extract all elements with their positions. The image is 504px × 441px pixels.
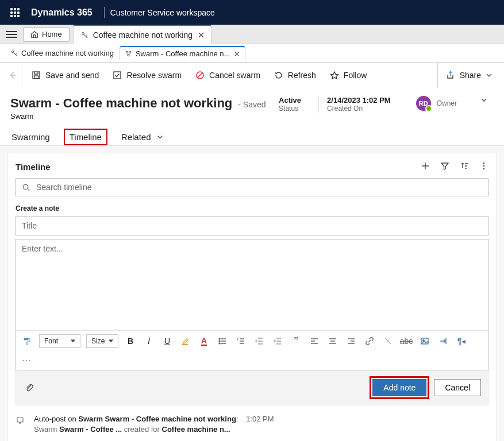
svg-rect-13 — [182, 344, 188, 345]
back-button[interactable] — [3, 71, 22, 79]
rtl-button[interactable]: ¶◂ — [455, 335, 468, 347]
number-list-button[interactable]: 1 — [234, 335, 247, 347]
toolbar-more-button[interactable]: ··· — [21, 354, 33, 366]
close-icon[interactable] — [197, 31, 205, 39]
highlighted-primary-button: Add note — [370, 376, 429, 399]
share-button[interactable]: Share — [437, 63, 501, 88]
resolve-icon — [113, 71, 122, 80]
timeline-post: Auto-post on Swarm Swarm - Coffee machin… — [16, 415, 488, 434]
font-color-button[interactable]: A — [198, 335, 210, 347]
tab-timeline[interactable]: Timeline — [64, 129, 107, 145]
unlink-icon — [383, 336, 393, 346]
tab-related[interactable]: Related — [120, 129, 164, 145]
align-center-icon — [328, 336, 337, 346]
underline-button[interactable]: U — [161, 335, 174, 347]
indent-icon — [273, 336, 282, 346]
status-label: Status — [279, 105, 301, 113]
site-nav-toggle[interactable] — [6, 29, 17, 40]
bullet-list-button[interactable] — [216, 335, 229, 347]
save-and-send-button[interactable]: Save and send — [25, 63, 106, 88]
ltr-button[interactable] — [437, 335, 449, 347]
timeline-more-button[interactable] — [479, 161, 488, 172]
note-body-input[interactable] — [16, 239, 488, 330]
font-size-selector[interactable]: Size — [86, 334, 118, 348]
chevron-down-icon — [480, 96, 488, 104]
timeline-search[interactable] — [16, 178, 488, 196]
plus-icon — [421, 161, 430, 171]
outdent-icon — [255, 336, 264, 346]
record-entity-name: Swarm — [10, 112, 266, 121]
record-tab-case[interactable]: Coffee machine not working — [7, 47, 117, 60]
created-on-value: 2/14/2023 1:02 PM — [327, 96, 391, 105]
dropdown-icon — [71, 339, 75, 343]
bold-button[interactable]: B — [124, 335, 137, 347]
close-icon[interactable] — [233, 51, 240, 57]
italic-icon: I — [148, 336, 150, 346]
chevron-down-icon — [486, 72, 493, 79]
cancel-swarm-label: Cancel swarm — [209, 71, 260, 80]
quote-icon: ” — [294, 336, 298, 346]
number-list-icon: 1 — [236, 336, 245, 346]
strikethrough-button[interactable]: abc — [400, 335, 413, 347]
record-tab-swarm[interactable]: Swarm - Coffee machine n... — [120, 46, 246, 61]
tab-swarming[interactable]: Swarming — [10, 129, 51, 145]
svg-point-12 — [23, 184, 28, 189]
svg-rect-20 — [17, 417, 23, 422]
align-center-button[interactable] — [326, 335, 339, 347]
outdent-button[interactable] — [253, 335, 266, 347]
waffle-icon — [10, 8, 20, 17]
post-timestamp: 1:02 PM — [246, 415, 274, 423]
owner-initials: RD — [419, 100, 428, 107]
owner-avatar[interactable]: RD — [416, 96, 431, 111]
divider — [22, 64, 22, 87]
font-selector[interactable]: Font — [39, 334, 80, 348]
insert-link-button[interactable] — [363, 335, 376, 347]
home-button[interactable]: Home — [23, 27, 70, 42]
remove-link-button[interactable] — [382, 335, 394, 347]
strike-icon: abc — [400, 336, 413, 346]
attach-button[interactable] — [23, 381, 36, 394]
save-icon — [32, 71, 41, 80]
insert-image-button[interactable] — [418, 335, 431, 347]
saved-indicator: - Saved — [238, 100, 266, 109]
timeline-search-input[interactable] — [35, 182, 482, 192]
align-right-button[interactable] — [345, 335, 357, 347]
page-tab-active[interactable]: Coffee machine not working — [73, 25, 211, 44]
follow-button[interactable]: Follow — [323, 63, 374, 88]
cancel-swarm-button[interactable]: Cancel swarm — [188, 63, 267, 88]
case-icon — [80, 31, 89, 39]
add-note-button[interactable]: Add note — [372, 379, 426, 396]
timeline-add-button[interactable] — [421, 161, 430, 172]
refresh-button[interactable]: Refresh — [267, 63, 323, 88]
timeline-filter-button[interactable] — [440, 161, 449, 172]
cancel-note-button[interactable]: Cancel — [434, 379, 481, 396]
expand-header-button[interactable] — [474, 96, 494, 104]
align-left-button[interactable] — [308, 335, 321, 347]
timeline-heading: Timeline — [16, 162, 51, 172]
timeline-sort-button[interactable] — [460, 161, 469, 172]
refresh-icon — [274, 71, 283, 80]
share-icon — [446, 71, 455, 80]
highlight-color-button[interactable] — [179, 335, 192, 347]
svg-rect-6 — [34, 76, 39, 79]
workspace-name: Customer Service workspace — [110, 8, 215, 17]
timeline-card: Timeline — [7, 153, 497, 441]
format-painter-button[interactable] — [21, 335, 33, 347]
quote-button[interactable]: ” — [290, 335, 302, 347]
italic-button[interactable]: I — [143, 335, 155, 347]
autopost-icon — [16, 416, 26, 427]
ltr-icon — [438, 336, 448, 346]
svg-point-15 — [219, 341, 220, 342]
resolve-swarm-button[interactable]: Resolve swarm — [106, 63, 188, 88]
pilcrow-icon: ¶◂ — [457, 336, 466, 346]
resolve-swarm-label: Resolve swarm — [126, 71, 182, 80]
app-launcher-button[interactable] — [5, 2, 25, 23]
global-top-bar: Dynamics 365 Customer Service workspace — [0, 0, 504, 25]
refresh-label: Refresh — [288, 71, 316, 80]
app-title[interactable]: Dynamics 365 — [25, 7, 98, 18]
note-title-input[interactable] — [16, 216, 488, 235]
sort-icon — [460, 161, 469, 171]
chevron-down-icon — [157, 134, 163, 140]
indent-button[interactable] — [271, 335, 284, 347]
font-color-icon: A — [201, 336, 207, 346]
